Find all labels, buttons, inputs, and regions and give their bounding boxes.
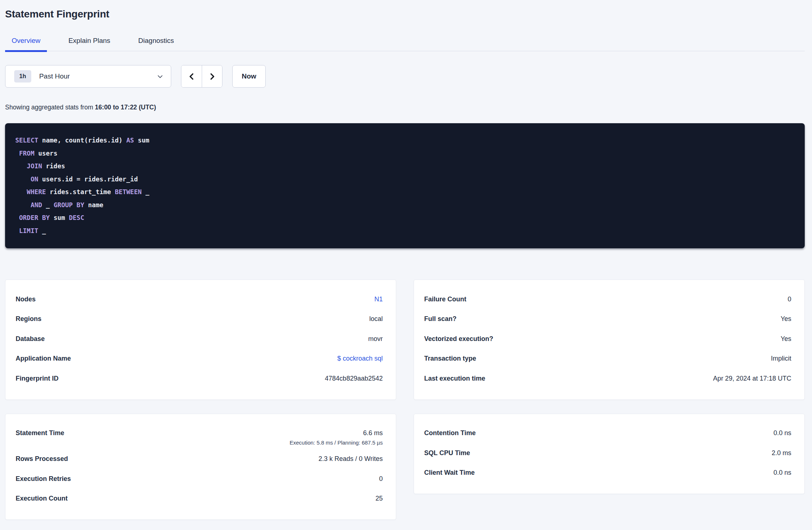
row-value-link[interactable]: $ cockroach sql <box>337 354 383 364</box>
card-row: Rows Processed2.3 k Reads / 0 Writes <box>16 449 383 469</box>
cards-grid: NodesN1RegionslocalDatabasemovrApplicati… <box>5 280 805 520</box>
card-row: Statement Time6.6 msExecution: 5.8 ms / … <box>16 423 383 449</box>
sql-line: SELECT name, count(rides.id) AS sum <box>15 134 795 147</box>
card-row: Full scan?Yes <box>424 309 791 329</box>
row-value: Yes <box>781 314 791 324</box>
tab-bar: OverviewExplain PlansDiagnostics <box>5 36 805 51</box>
tab-diagnostics[interactable]: Diagnostics <box>132 36 180 52</box>
sql-line: JOIN rides <box>15 160 795 173</box>
row-value: Implicit <box>771 354 791 364</box>
row-label: Failure Count <box>424 294 466 304</box>
row-label: Client Wait Time <box>424 468 475 478</box>
card-row: Vectorized execution?Yes <box>424 329 791 349</box>
card-row: Transaction typeImplicit <box>424 349 791 369</box>
tab-explain-plans[interactable]: Explain Plans <box>62 36 117 52</box>
card-row: NodesN1 <box>16 289 383 309</box>
sql-line: ORDER BY sum DESC <box>15 212 795 225</box>
row-label: Regions <box>16 314 41 324</box>
sql-line: FROM users <box>15 147 795 160</box>
chevron-down-icon <box>157 73 164 80</box>
time-controls: 1h Past Hour <box>5 65 805 88</box>
row-label: Transaction type <box>424 354 476 364</box>
row-label: Vectorized execution? <box>424 334 493 344</box>
time-interval-badge: 1h <box>14 70 31 83</box>
row-value: 25 <box>375 494 383 503</box>
row-label: Statement Time <box>16 428 64 438</box>
sql-line: AND _ GROUP BY name <box>15 199 795 212</box>
row-value: 2.0 ms <box>772 448 791 458</box>
time-range-stepper <box>181 65 222 88</box>
row-label: Database <box>16 334 45 344</box>
aggregation-interval-note: Showing aggregated stats from 16:00 to 1… <box>5 104 805 111</box>
row-label: Last execution time <box>424 374 485 384</box>
card-row: Failure Count0 <box>424 289 791 309</box>
row-value: Apr 29, 2024 at 17:18 UTC <box>713 374 791 384</box>
chevron-right-icon <box>208 72 216 81</box>
aggregation-note-prefix: Showing aggregated stats from <box>5 104 95 111</box>
card-row: Last execution timeApr 29, 2024 at 17:18… <box>424 369 791 389</box>
row-subvalue: Execution: 5.8 ms / Planning: 687.5 µs <box>290 438 383 447</box>
row-value: local <box>369 314 383 324</box>
aggregation-note-range: 16:00 to 17:22 (UTC) <box>95 104 156 111</box>
time-range-dropdown[interactable]: 1h Past Hour <box>5 65 171 88</box>
card-wait-time-stats: Contention Time0.0 nsSQL CPU Time2.0 msC… <box>414 414 805 494</box>
sql-statement-box: SELECT name, count(rides.id) AS sum FROM… <box>5 123 805 248</box>
card-row: Application Name$ cockroach sql <box>16 349 383 369</box>
page-title: Statement Fingerprint <box>5 8 805 20</box>
card-statement-details: NodesN1RegionslocalDatabasemovrApplicati… <box>5 280 396 400</box>
now-button[interactable]: Now <box>232 65 266 88</box>
row-value: movr <box>368 334 383 344</box>
row-value: 0.0 ns <box>773 428 791 438</box>
card-row: Regionslocal <box>16 309 383 329</box>
sql-line: LIMIT _ <box>15 225 795 238</box>
row-value: Yes <box>781 334 791 344</box>
row-value: 0 <box>788 294 791 304</box>
row-label: Execution Count <box>16 494 68 503</box>
card-row: Execution Retries0 <box>16 469 383 489</box>
card-execution-attributes: Failure Count0Full scan?YesVectorized ex… <box>414 280 805 400</box>
tab-overview[interactable]: Overview <box>5 36 47 52</box>
sql-line: ON users.id = rides.rider_id <box>15 173 795 186</box>
sql-line: WHERE rides.start_time BETWEEN _ <box>15 186 795 199</box>
row-value: 4784cb829aab2542 <box>325 374 383 384</box>
row-label: Application Name <box>16 354 71 364</box>
card-row: Execution Count25 <box>16 489 383 509</box>
row-label: Contention Time <box>424 428 476 438</box>
previous-time-range-button[interactable] <box>181 65 202 87</box>
row-label: Nodes <box>16 294 36 304</box>
statement-fingerprint-page: Statement Fingerprint OverviewExplain Pl… <box>0 8 812 520</box>
row-value: 0 <box>379 474 383 484</box>
row-value-link[interactable]: N1 <box>374 294 383 304</box>
row-label: Full scan? <box>424 314 457 324</box>
row-value: 0.0 ns <box>773 468 791 478</box>
sql-code: SELECT name, count(rides.id) AS sum FROM… <box>15 134 795 237</box>
card-row: Fingerprint ID4784cb829aab2542 <box>16 369 383 389</box>
card-row: Databasemovr <box>16 329 383 349</box>
next-time-range-button[interactable] <box>202 65 222 87</box>
row-value: 6.6 ms <box>290 428 383 438</box>
card-statement-timing-stats: Statement Time6.6 msExecution: 5.8 ms / … <box>5 414 396 520</box>
card-row: Client Wait Time0.0 ns <box>424 463 791 483</box>
row-label: Rows Processed <box>16 454 68 464</box>
row-label: Fingerprint ID <box>16 374 59 384</box>
row-value: 2.3 k Reads / 0 Writes <box>318 454 383 464</box>
row-label: SQL CPU Time <box>424 448 470 458</box>
chevron-left-icon <box>188 72 196 81</box>
time-range-label: Past Hour <box>39 72 157 80</box>
card-row: Contention Time0.0 ns <box>424 423 791 443</box>
row-label: Execution Retries <box>16 474 71 484</box>
card-row: SQL CPU Time2.0 ms <box>424 443 791 463</box>
